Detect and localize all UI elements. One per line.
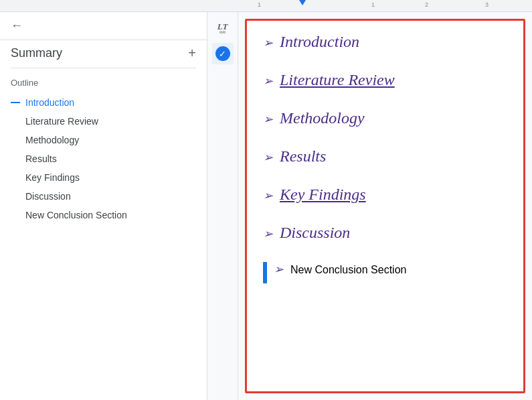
back-button[interactable]: ← [11,19,23,33]
sidebar-item-label: Discussion [25,191,71,202]
check-icon: ✓ [219,49,226,59]
sidebar-item-label: Key Findings [25,172,80,183]
section-title: New Conclusion Section [290,264,406,276]
outline-list: Introduction Literature Review Methodolo… [0,93,207,224]
section-results: ➢ Results [263,147,507,165]
sidebar-divider [11,68,196,68]
summary-section: Summary + [0,40,207,61]
sidebar-item-label: Introduction [25,97,74,108]
sidebar-item-label: New Conclusion Section [25,210,127,220]
top-ruler: 1 1 2 3 [0,0,532,12]
sidebar-item-literature-review[interactable]: Literature Review [0,112,207,131]
sidebar: ← Summary + Outline Introduction Literat… [0,12,207,400]
new-section-marker [263,262,267,283]
section-arrow-icon: ➢ [263,112,273,127]
sidebar-item-new-conclusion-section[interactable]: New Conclusion Section [0,206,207,224]
sidebar-item-label: Methodology [25,135,79,145]
sidebar-item-label: Literature Review [25,116,98,127]
section-arrow-icon: ➢ [274,262,284,277]
sidebar-item-discussion[interactable]: Discussion [0,187,207,206]
document-page[interactable]: ➢ Introduction ➢ Literature Review ➢ Met… [245,19,525,393]
sidebar-item-introduction[interactable]: Introduction [0,93,207,112]
ruler-tick-1: 1 [371,1,375,8]
section-arrow-icon: ➢ [263,188,273,203]
sidebar-top: ← [0,12,207,40]
section-arrow-icon: ➢ [263,36,273,50]
document-area: ➢ Introduction ➢ Literature Review ➢ Met… [238,12,532,400]
section-title: Methodology [280,109,365,127]
section-new-conclusion: ➢ New Conclusion Section [263,262,507,283]
ruler-tick-0: 1 [258,1,261,8]
sidebar-item-methodology[interactable]: Methodology [0,131,207,149]
check-circle-icon: ✓ [215,46,230,61]
section-key-findings: ➢ Key Findings [263,186,507,204]
section-introduction: ➢ Introduction [263,33,507,51]
section-title: Discussion [280,224,350,242]
active-indicator [11,102,20,103]
section-title: Key Findings [280,186,366,204]
sidebar-item-key-findings[interactable]: Key Findings [0,168,207,187]
main-layout: ← Summary + Outline Introduction Literat… [0,12,532,400]
sidebar-item-label: Results [25,153,57,164]
section-title: Introduction [280,33,359,51]
lt-icon: LT≈≈ [217,21,228,36]
check-tool-button[interactable]: ✓ [212,43,234,64]
section-title: Literature Review [280,71,395,89]
section-arrow-icon: ➢ [263,74,273,88]
section-arrow-icon: ➢ [263,150,273,165]
outline-label: Outline [0,75,207,93]
add-section-button[interactable]: + [188,46,196,61]
section-arrow-icon: ➢ [263,226,273,241]
lt-tool-button[interactable]: LT≈≈ [212,17,234,39]
sidebar-item-results[interactable]: Results [0,149,207,168]
toolbar-strip: LT≈≈ ✓ [207,12,238,400]
section-literature-review: ➢ Literature Review [263,71,507,89]
ruler-marker [299,0,306,5]
section-title: Results [280,147,326,165]
section-discussion: ➢ Discussion [263,224,507,242]
ruler-tick-2: 2 [425,1,428,8]
ruler-tick-3: 3 [485,1,489,8]
summary-title: Summary [11,46,62,60]
section-methodology: ➢ Methodology [263,109,507,127]
